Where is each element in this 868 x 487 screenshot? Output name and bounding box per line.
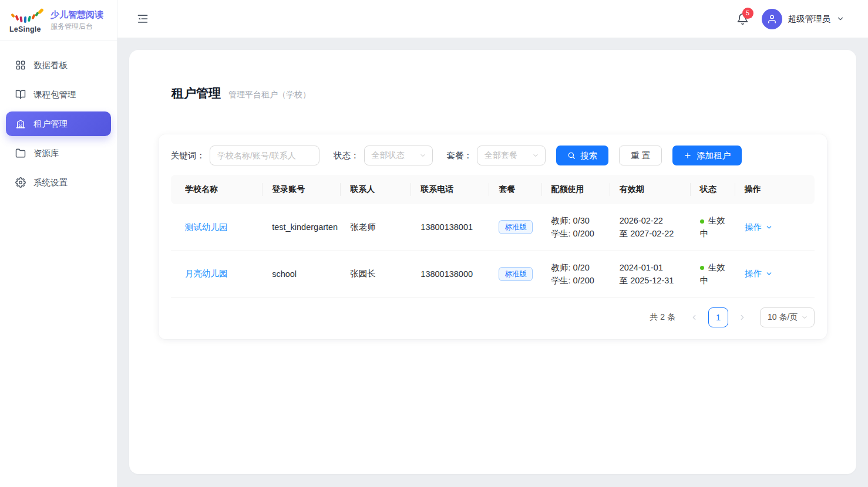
chevron-left-icon [690, 313, 698, 322]
status-label: 状态： [334, 150, 359, 161]
col-login-account: 登录账号 [263, 175, 341, 204]
sidebar-item-dashboard[interactable]: 数据看板 [6, 53, 111, 77]
table-panel: 关键词： 状态： 全部状态 套餐： 全部套餐 [159, 134, 827, 339]
school-name-link[interactable]: 月亮幼儿园 [185, 269, 228, 278]
main-column: 5 超级管理员 租户管理 管理平台租户（学校） [117, 0, 868, 487]
sidebar-item-settings[interactable]: 系统设置 [6, 170, 111, 195]
user-menu[interactable]: 超级管理员 [762, 9, 845, 29]
package-tag: 标准版 [499, 267, 533, 281]
search-button[interactable]: 搜索 [556, 146, 608, 165]
chevron-down-icon [765, 270, 773, 278]
sidebar-collapse-button[interactable] [137, 13, 149, 25]
brand-text: 少儿智慧阅读 服务管理后台 [51, 9, 103, 32]
pagination: 共 2 条 1 10 条/页 [171, 307, 815, 327]
filter-bar: 关键词： 状态： 全部状态 套餐： 全部套餐 [171, 146, 815, 165]
brand-title: 少儿智慧阅读 [51, 9, 103, 21]
book-icon [15, 89, 26, 100]
quota-student: 学生: 0/200 [551, 227, 603, 240]
chevron-right-icon [738, 313, 746, 322]
quota-cell: 教师: 0/30学生: 0/200 [542, 204, 610, 251]
col-action: 操作 [735, 175, 815, 204]
sidebar-item-label: 数据看板 [33, 60, 68, 71]
col-status: 状态 [691, 175, 735, 204]
page-size-value: 10 条/页 [768, 312, 798, 323]
chevron-down-icon [765, 224, 773, 231]
col-phone: 联系电话 [411, 175, 489, 204]
page-title: 租户管理 [171, 85, 221, 102]
chevron-down-icon [419, 152, 426, 159]
reset-button-label: 重 置 [631, 150, 650, 161]
page-1-button[interactable]: 1 [708, 307, 728, 327]
row-action-button[interactable]: 操作 [745, 268, 773, 279]
search-icon [567, 151, 576, 160]
topbar: 5 超级管理员 [117, 0, 868, 38]
col-contact: 联系人 [341, 175, 411, 204]
package-cell: 标准版 [489, 251, 541, 297]
gear-icon [15, 177, 26, 188]
account-cell: school [263, 251, 341, 297]
quota-teacher: 教师: 0/30 [551, 214, 603, 227]
valid-to: 至 2025-12-31 [620, 274, 684, 287]
sidebar-item-course-packages[interactable]: 课程包管理 [6, 82, 111, 107]
notifications-button[interactable]: 5 [736, 13, 749, 25]
menu-fold-icon [137, 13, 149, 25]
contact-cell: 张园长 [341, 251, 411, 297]
chevron-down-icon [801, 314, 808, 321]
quota-student: 学生: 0/200 [551, 274, 603, 287]
sidebar-item-label: 资源库 [33, 148, 59, 159]
valid-from: 2026-02-22 [620, 214, 684, 227]
user-icon [767, 14, 777, 24]
status-badge: 生效中 [700, 263, 725, 285]
row-action-label: 操作 [745, 268, 762, 279]
sidebar-item-label: 课程包管理 [33, 89, 76, 100]
quota-teacher: 教师: 0/20 [551, 261, 603, 274]
school-name-cell: 测试幼儿园 [171, 204, 263, 251]
building-icon [15, 119, 26, 129]
topbar-right: 5 超级管理员 [736, 9, 845, 29]
page-subtitle: 管理平台租户（学校） [228, 90, 311, 100]
package-select-value: 全部套餐 [485, 150, 517, 161]
next-page-button[interactable] [734, 308, 751, 327]
validity-cell: 2024-01-01至 2025-12-31 [610, 251, 691, 297]
keyword-label: 关键词： [171, 150, 205, 161]
quota-cell: 教师: 0/20学生: 0/200 [542, 251, 610, 297]
add-tenant-button-label: 添加租户 [697, 150, 731, 161]
brand-logo-icon: LeSingle [9, 8, 43, 33]
prev-page-button[interactable] [686, 308, 702, 327]
sidebar-item-resources[interactable]: 资源库 [6, 141, 111, 165]
col-quota: 配额使用 [542, 175, 610, 204]
row-action-button[interactable]: 操作 [745, 222, 773, 233]
school-name-link[interactable]: 测试幼儿园 [185, 222, 228, 232]
status-badge: 生效中 [700, 216, 725, 238]
package-cell: 标准版 [489, 204, 541, 251]
content-card: 租户管理 管理平台租户（学校） 关键词： 状态： 全部状态 [129, 50, 856, 474]
phone-cell: 13800138001 [411, 204, 489, 251]
status-select[interactable]: 全部状态 [364, 146, 433, 165]
status-select-value: 全部状态 [372, 150, 405, 161]
status-cell: 生效中 [691, 251, 735, 297]
sidebar-item-label: 系统设置 [33, 177, 68, 188]
package-tag: 标准版 [499, 220, 533, 234]
plus-icon [684, 151, 692, 160]
sidebar-item-tenants[interactable]: 租户管理 [6, 111, 111, 136]
account-cell: test_kindergarten [263, 204, 341, 251]
reset-button[interactable]: 重 置 [619, 146, 662, 165]
col-package: 套餐 [489, 175, 541, 204]
keyword-input[interactable] [210, 146, 319, 165]
table-header-row: 学校名称 登录账号 联系人 联系电话 套餐 配额使用 有效期 状态 操作 [171, 175, 815, 204]
package-label: 套餐： [447, 150, 473, 161]
notification-badge: 5 [742, 8, 753, 19]
page-size-select[interactable]: 10 条/页 [760, 307, 815, 327]
contact-cell: 张老师 [341, 204, 411, 251]
brand: LeSingle 少儿智慧阅读 服务管理后台 [0, 0, 117, 41]
sidebar-menu: 数据看板 课程包管理 租户管理 资源库 [0, 41, 117, 207]
brand-logo-text: LeSingle [9, 25, 41, 33]
content-area: 租户管理 管理平台租户（学校） 关键词： 状态： 全部状态 [117, 38, 868, 487]
action-cell: 操作 [735, 251, 815, 297]
package-select[interactable]: 全部套餐 [477, 146, 546, 165]
add-tenant-button[interactable]: 添加租户 [672, 146, 742, 165]
action-cell: 操作 [735, 204, 815, 251]
page-head: 租户管理 管理平台租户（学校） [171, 85, 827, 102]
chevron-down-icon [532, 152, 539, 159]
col-validity: 有效期 [610, 175, 691, 204]
